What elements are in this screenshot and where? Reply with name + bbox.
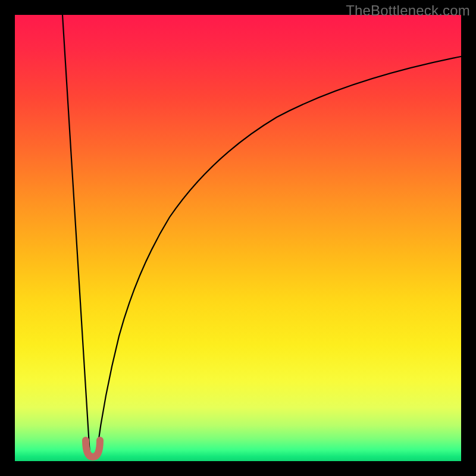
- left-branch-curve: [62, 15, 90, 455]
- right-branch-curve: [96, 57, 461, 455]
- plot-area: [15, 15, 461, 461]
- curve-overlay: [15, 15, 461, 461]
- chart-frame: TheBottleneck.com: [0, 0, 476, 476]
- watermark-text: TheBottleneck.com: [346, 2, 470, 19]
- bottom-u-connector: [86, 440, 100, 457]
